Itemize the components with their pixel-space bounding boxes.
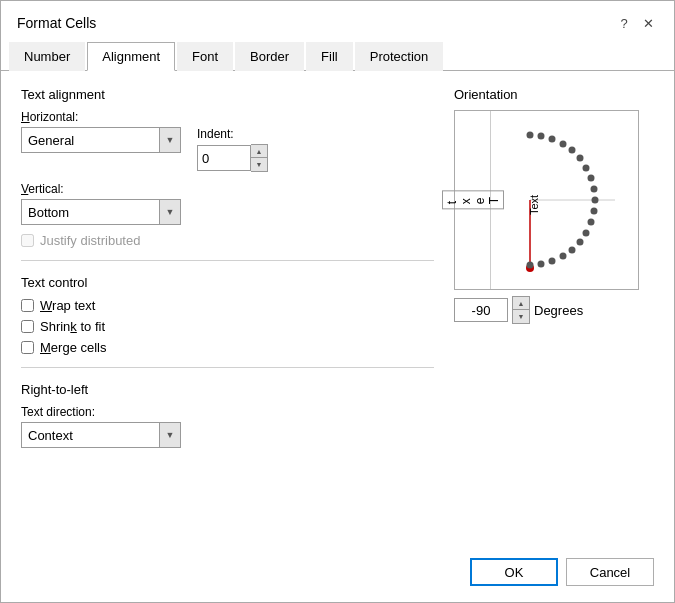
justify-distributed-row: Justify distributed: [21, 233, 434, 248]
wrap-text-row: Wrap text: [21, 298, 434, 313]
text-direction-select-container: Context Left-to-Right Right-to-Left ▼: [21, 422, 181, 448]
orientation-svg: Text: [500, 120, 630, 280]
dialog-title: Format Cells: [17, 15, 96, 31]
tab-font[interactable]: Font: [177, 42, 233, 71]
text-angled-label: Text: [528, 195, 540, 215]
orient-right-col: Text: [491, 111, 638, 289]
justify-distributed-checkbox[interactable]: [21, 234, 34, 247]
degrees-label: Degrees: [534, 303, 583, 318]
orientation-label: Orientation: [454, 87, 654, 102]
ok-button[interactable]: OK: [470, 558, 558, 586]
horizontal-select[interactable]: General Left Center Right Fill Justify C…: [21, 127, 181, 153]
dot-0[interactable]: [591, 197, 598, 204]
text-control-section: Text control Wrap text Shrink to fit Mer…: [21, 275, 434, 355]
rtl-section: Right-to-left Text direction: Context Le…: [21, 382, 434, 448]
merge-cells-checkbox[interactable]: [21, 341, 34, 354]
tab-number[interactable]: Number: [9, 42, 85, 71]
shrink-to-fit-label: Shrink to fit: [40, 319, 105, 334]
dot-pos10[interactable]: [590, 208, 597, 215]
indent-spinner-buttons: ▲ ▼: [251, 144, 268, 172]
justify-distributed-label: Justify distributed: [40, 233, 140, 248]
merge-cells-label: Merge cells: [40, 340, 106, 355]
left-panel: Text alignment Horizontal: General Left …: [21, 87, 434, 530]
dot-neg10[interactable]: [590, 186, 597, 193]
wrap-text-checkbox[interactable]: [21, 299, 34, 312]
horizontal-field: Horizontal: General Left Center Right Fi…: [21, 110, 434, 172]
shrink-to-fit-row: Shrink to fit: [21, 319, 434, 334]
degrees-down-button[interactable]: ▼: [513, 310, 529, 323]
help-button[interactable]: ?: [614, 13, 634, 33]
orientation-box: Text: [454, 110, 639, 290]
dot-pos20[interactable]: [587, 219, 594, 226]
degrees-row: ▲ ▼ Degrees: [454, 296, 654, 324]
dot-pos60[interactable]: [559, 253, 566, 260]
dialog-body: Text alignment Horizontal: General Left …: [1, 71, 674, 546]
merge-cells-row: Merge cells: [21, 340, 434, 355]
format-cells-dialog: Format Cells ? ✕ Number Alignment Font B…: [0, 0, 675, 603]
indent-input[interactable]: [197, 145, 251, 171]
indent-label: Indent:: [197, 127, 268, 141]
dot-pos80[interactable]: [537, 261, 544, 268]
dot-pos90[interactable]: [526, 262, 533, 269]
dot-neg20[interactable]: [587, 175, 594, 182]
rtl-section-label: Right-to-left: [21, 382, 434, 397]
dot-neg90[interactable]: [526, 132, 533, 139]
tab-protection[interactable]: Protection: [355, 42, 444, 71]
dot-pos30[interactable]: [582, 230, 589, 237]
wrap-text-label: Wrap text: [40, 298, 95, 313]
degrees-spinner-buttons: ▲ ▼: [512, 296, 530, 324]
degrees-up-button[interactable]: ▲: [513, 297, 529, 310]
dot-neg60[interactable]: [559, 141, 566, 148]
text-alignment-section-label: Text alignment: [21, 87, 434, 102]
dot-pos40[interactable]: [576, 239, 583, 246]
tab-border[interactable]: Border: [235, 42, 304, 71]
tab-alignment[interactable]: Alignment: [87, 42, 175, 71]
dot-neg50[interactable]: [568, 147, 575, 154]
dot-neg70[interactable]: [548, 136, 555, 143]
close-button[interactable]: ✕: [638, 13, 658, 33]
title-bar: Format Cells ? ✕: [1, 1, 674, 41]
cancel-button[interactable]: Cancel: [566, 558, 654, 586]
dot-neg30[interactable]: [582, 165, 589, 172]
horizontal-select-container: General Left Center Right Fill Justify C…: [21, 127, 181, 153]
vertical-select[interactable]: Top Center Bottom Justify Distributed: [21, 199, 181, 225]
indent-spinner: ▲ ▼: [197, 144, 268, 172]
orient-left-col: Text: [455, 111, 491, 289]
vertical-field: Vertical: Top Center Bottom Justify Dist…: [21, 182, 434, 225]
divider-2: [21, 367, 434, 368]
text-direction-select[interactable]: Context Left-to-Right Right-to-Left: [21, 422, 181, 448]
dot-pos70[interactable]: [548, 258, 555, 265]
indent-field: Indent: ▲ ▼: [197, 127, 268, 172]
right-panel: Orientation Text: [454, 87, 654, 530]
indent-up-button[interactable]: ▲: [251, 145, 267, 158]
horizontal-label: Horizontal:: [21, 110, 434, 124]
text-direction-label: Text direction:: [21, 405, 434, 419]
vertical-label: Vertical:: [21, 182, 434, 196]
text-control-label: Text control: [21, 275, 434, 290]
footer: OK Cancel: [1, 546, 674, 602]
dot-neg80[interactable]: [537, 133, 544, 140]
title-bar-controls: ? ✕: [614, 13, 658, 33]
indent-down-button[interactable]: ▼: [251, 158, 267, 171]
degrees-input[interactable]: [454, 298, 508, 322]
dot-neg40[interactable]: [576, 155, 583, 162]
divider-1: [21, 260, 434, 261]
tabs-bar: Number Alignment Font Border Fill Protec…: [1, 41, 674, 71]
vertical-select-container: Top Center Bottom Justify Distributed ▼: [21, 199, 181, 225]
content-area: Text alignment Horizontal: General Left …: [21, 87, 654, 530]
horizontal-row: General Left Center Right Fill Justify C…: [21, 127, 434, 172]
dot-pos50[interactable]: [568, 247, 575, 254]
shrink-to-fit-checkbox[interactable]: [21, 320, 34, 333]
tab-fill[interactable]: Fill: [306, 42, 353, 71]
